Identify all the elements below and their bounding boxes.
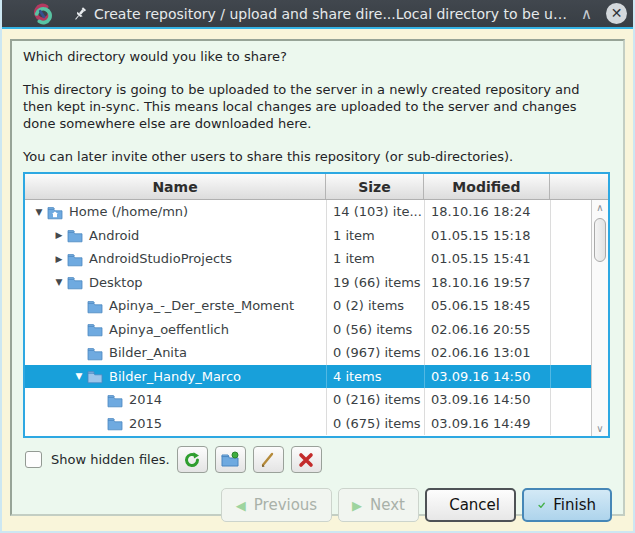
refresh-button[interactable] bbox=[177, 446, 208, 473]
edit-pencil-icon bbox=[259, 451, 277, 469]
column-header-size[interactable]: Size bbox=[326, 174, 424, 199]
tree-cell-modified: 01.05.15 15:41 bbox=[424, 247, 550, 271]
scroll-up-icon[interactable]: ∧ bbox=[592, 202, 608, 213]
tree-row[interactable]: ▶ AndroidStudioProjects1 item01.05.15 15… bbox=[25, 247, 591, 271]
column-header-filler bbox=[550, 174, 608, 199]
tree-cell-filler bbox=[550, 294, 591, 318]
tree-cell-filler bbox=[550, 318, 591, 342]
tree-cell-modified: 01.05.15 15:18 bbox=[424, 224, 550, 248]
tree-row[interactable]: Apinya_-_Der_erste_Moment0 (2) items05.0… bbox=[25, 294, 591, 318]
tree-cell-size: 14 (103) ite... bbox=[326, 200, 424, 224]
close-icon[interactable]: ✕ bbox=[606, 3, 627, 24]
tree-item-label: Desktop bbox=[89, 275, 143, 290]
tree-cell-filler bbox=[550, 271, 591, 295]
previous-button-label: Previous bbox=[254, 496, 317, 514]
tree-cell-size: 1 item bbox=[326, 247, 424, 271]
show-hidden-label: Show hidden files. bbox=[51, 452, 170, 467]
finish-check-icon bbox=[538, 496, 545, 515]
tree-cell-modified: 02.06.16 20:55 bbox=[424, 318, 550, 342]
previous-arrow-icon: ◀ bbox=[236, 499, 246, 512]
tree-row[interactable]: ▶ Android1 item01.05.15 15:18 bbox=[25, 224, 591, 248]
tree-cell-name: Apinya_oeffentlich bbox=[25, 318, 326, 342]
folder-icon bbox=[67, 227, 83, 243]
tree-cell-name: Bilder_Anita bbox=[25, 341, 326, 365]
titlebar: Create repository / upload and share dir… bbox=[0, 0, 635, 29]
finish-button[interactable]: Finish bbox=[522, 488, 612, 522]
tree-cell-modified: 03.09.16 14:50 bbox=[424, 388, 550, 412]
folder-icon bbox=[107, 415, 123, 431]
tree-item-label: Home (/home/mn) bbox=[69, 204, 188, 219]
tree-cell-size: 0 (2) items bbox=[326, 294, 424, 318]
tree-cell-modified: 03.09.16 14:49 bbox=[424, 412, 550, 436]
invite-note-text: You can later invite other users to shar… bbox=[23, 148, 612, 165]
refresh-icon bbox=[183, 451, 201, 469]
app-icon bbox=[32, 3, 54, 25]
description-text: This directory is going to be uploaded t… bbox=[23, 81, 598, 132]
tree-cell-filler bbox=[550, 365, 591, 389]
tree-item-label: Android bbox=[89, 228, 139, 243]
finish-button-label: Finish bbox=[553, 496, 596, 514]
expander-icon[interactable]: ▶ bbox=[51, 254, 67, 264]
tree-cell-size: 0 (967) items bbox=[326, 341, 424, 365]
tree-item-label: Apinya_oeffentlich bbox=[109, 322, 229, 337]
tree-row[interactable]: 20150 (675) items03.09.16 14:49 bbox=[25, 412, 591, 436]
new-folder-button[interactable] bbox=[215, 446, 246, 473]
tree-cell-name: 2015 bbox=[25, 412, 326, 436]
folder-icon bbox=[87, 368, 103, 384]
pin-icon[interactable] bbox=[72, 6, 88, 22]
dialog-window: Create repository / upload and share dir… bbox=[0, 0, 635, 533]
shade-icon[interactable]: ∧ bbox=[581, 5, 592, 23]
expander-icon[interactable]: ▼ bbox=[71, 371, 87, 381]
next-button[interactable]: ▶ Next bbox=[338, 488, 419, 522]
column-header-name[interactable]: Name bbox=[25, 174, 326, 199]
tree-cell-modified: 18.10.16 19:57 bbox=[424, 271, 550, 295]
tree-item-label: Bilder_Anita bbox=[109, 345, 187, 360]
folder-icon bbox=[67, 274, 83, 290]
tree-cell-name: Apinya_-_Der_erste_Moment bbox=[25, 294, 326, 318]
expander-icon[interactable]: ▼ bbox=[51, 277, 67, 287]
column-header-modified[interactable]: Modified bbox=[424, 174, 550, 199]
tree-cell-filler bbox=[550, 341, 591, 365]
tree-row[interactable]: ▼ Desktop19 (66) items18.10.16 19:57 bbox=[25, 271, 591, 295]
tree-row[interactable]: Bilder_Anita0 (967) items02.06.16 13:01 bbox=[25, 341, 591, 365]
tree-header: Name Size Modified bbox=[25, 174, 608, 200]
cancel-button[interactable]: Cancel bbox=[425, 488, 516, 522]
tree-cell-size: 0 (675) items bbox=[326, 412, 424, 436]
previous-button[interactable]: ◀ Previous bbox=[221, 488, 332, 522]
show-hidden-checkbox[interactable] bbox=[25, 451, 42, 468]
tree-item-label: AndroidStudioProjects bbox=[89, 251, 232, 266]
tree-body: ▼ Home (/home/mn)14 (103) ite...18.10.16… bbox=[25, 200, 591, 436]
tree-row[interactable]: ▼ Home (/home/mn)14 (103) ite...18.10.16… bbox=[25, 200, 591, 224]
tree-cell-size: 0 (56) items bbox=[326, 318, 424, 342]
question-text: Which directory would you like to share? bbox=[23, 48, 612, 65]
next-button-label: Next bbox=[370, 496, 405, 514]
delete-button[interactable] bbox=[291, 446, 322, 473]
tree-cell-name: ▶ AndroidStudioProjects bbox=[25, 247, 326, 271]
content-panel: Which directory would you like to share?… bbox=[10, 39, 625, 516]
edit-button[interactable] bbox=[253, 446, 284, 473]
tree-cell-modified: 18.10.16 18:24 bbox=[424, 200, 550, 224]
folder-icon bbox=[87, 298, 103, 314]
vertical-scrollbar[interactable]: ∧ ∨ bbox=[591, 200, 608, 436]
options-row: Show hidden files. bbox=[23, 445, 612, 474]
scroll-down-icon[interactable]: ∨ bbox=[592, 423, 608, 434]
tree-cell-name: ▼ Desktop bbox=[25, 271, 326, 295]
folder-icon bbox=[87, 321, 103, 337]
tree-cell-filler bbox=[550, 224, 591, 248]
tree-cell-name: 2014 bbox=[25, 388, 326, 412]
new-folder-icon bbox=[221, 451, 239, 469]
tree-row[interactable]: Apinya_oeffentlich0 (56) items02.06.16 2… bbox=[25, 318, 591, 342]
tree-cell-size: 19 (66) items bbox=[326, 271, 424, 295]
folder-icon bbox=[107, 392, 123, 408]
folder-icon bbox=[67, 251, 83, 267]
tree-row[interactable]: 20140 (216) items03.09.16 14:50 bbox=[25, 388, 591, 412]
expander-icon[interactable]: ▼ bbox=[31, 207, 47, 217]
tree-item-label: 2014 bbox=[129, 392, 162, 407]
expander-icon[interactable]: ▶ bbox=[51, 230, 67, 240]
tree-row[interactable]: ▼ Bilder_Handy_Marco4 items03.09.16 14:5… bbox=[25, 365, 591, 389]
tree-item-label: Apinya_-_Der_erste_Moment bbox=[109, 298, 294, 313]
window-title: Create repository / upload and share dir… bbox=[88, 6, 581, 22]
tree-item-label: 2015 bbox=[129, 416, 162, 431]
tree-cell-name: ▼ Home (/home/mn) bbox=[25, 200, 326, 224]
scrollbar-thumb[interactable] bbox=[594, 218, 606, 262]
